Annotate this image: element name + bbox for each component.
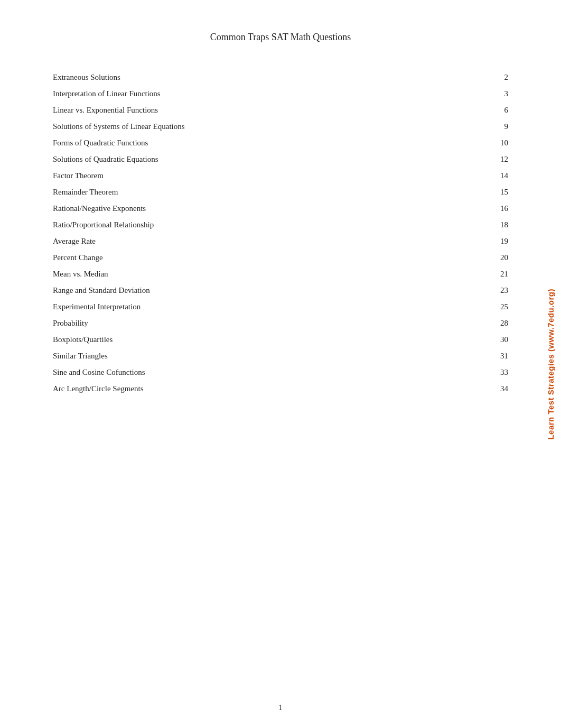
toc-row: Forms of Quadratic Functions10 — [53, 135, 508, 151]
toc-row: Remainder Theorem15 — [53, 184, 508, 200]
toc-row: Experimental Interpretation25 — [53, 299, 508, 315]
toc-entry-title: Forms of Quadratic Functions — [53, 139, 492, 148]
toc-entry-page: 31 — [492, 352, 508, 361]
toc-entry-page: 33 — [492, 368, 508, 377]
toc-entry-title: Rational/Negative Exponents — [53, 204, 492, 213]
toc-entry-page: 18 — [492, 220, 508, 229]
toc-entry-page: 16 — [492, 204, 508, 213]
toc-entry-page: 10 — [492, 139, 508, 148]
toc-row: Arc Length/Circle Segments34 — [53, 381, 508, 397]
toc-row: Mean vs. Median21 — [53, 266, 508, 282]
toc-entry-page: 20 — [492, 253, 508, 262]
toc-row: Range and Standard Deviation23 — [53, 282, 508, 299]
toc-entry-title: Linear vs. Exponential Functions — [53, 106, 492, 115]
toc-row: Boxplots/Quartiles30 — [53, 331, 508, 348]
toc-row: Extraneous Solutions2 — [53, 69, 508, 86]
toc-entry-title: Solutions of Systems of Linear Equations — [53, 122, 492, 131]
toc-row: Sine and Cosine Cofunctions33 — [53, 364, 508, 381]
toc-row: Factor Theorem14 — [53, 168, 508, 184]
toc-entry-title: Probability — [53, 319, 492, 328]
toc-entry-title: Boxplots/Quartiles — [53, 335, 492, 344]
toc-entry-page: 3 — [492, 89, 508, 98]
sidebar-wrapper: Learn Test Strategies (www.7edu.org) — [540, 0, 561, 728]
toc-entry-page: 34 — [492, 384, 508, 393]
toc-row: Ratio/Proportional Relationship18 — [53, 217, 508, 233]
toc-row: Similar Triangles31 — [53, 348, 508, 364]
toc-entry-title: Percent Change — [53, 253, 492, 262]
toc-table: Extraneous Solutions2Interpretation of L… — [53, 69, 508, 397]
page-container: Common Traps SAT Math Questions Extraneo… — [0, 0, 561, 728]
toc-entry-page: 21 — [492, 270, 508, 279]
toc-entry-title: Average Rate — [53, 237, 492, 246]
toc-row: Percent Change20 — [53, 250, 508, 266]
toc-row: Average Rate19 — [53, 233, 508, 250]
toc-entry-title: Factor Theorem — [53, 171, 492, 180]
page-title: Common Traps SAT Math Questions — [53, 32, 508, 43]
toc-entry-page: 6 — [492, 106, 508, 115]
toc-row: Solutions of Quadratic Equations12 — [53, 151, 508, 168]
toc-entry-title: Range and Standard Deviation — [53, 286, 492, 295]
toc-entry-title: Remainder Theorem — [53, 188, 492, 197]
toc-row: Linear vs. Exponential Functions6 — [53, 102, 508, 118]
toc-entry-title: Experimental Interpretation — [53, 302, 492, 311]
toc-entry-page: 14 — [492, 171, 508, 180]
toc-entry-title: Similar Triangles — [53, 352, 492, 361]
toc-entry-title: Arc Length/Circle Segments — [53, 384, 492, 393]
toc-row: Interpretation of Linear Functions3 — [53, 86, 508, 102]
sidebar-label: Learn Test Strategies (www.7edu.org) — [546, 289, 555, 440]
toc-entry-page: 12 — [492, 155, 508, 164]
toc-row: Probability28 — [53, 315, 508, 331]
toc-entry-page: 9 — [492, 122, 508, 131]
toc-entry-title: Sine and Cosine Cofunctions — [53, 368, 492, 377]
toc-entry-page: 2 — [492, 73, 508, 82]
toc-entry-title: Extraneous Solutions — [53, 73, 492, 82]
toc-row: Solutions of Systems of Linear Equations… — [53, 118, 508, 135]
toc-entry-page: 23 — [492, 286, 508, 295]
toc-entry-page: 25 — [492, 302, 508, 311]
toc-entry-title: Interpretation of Linear Functions — [53, 89, 492, 98]
toc-entry-page: 28 — [492, 319, 508, 328]
toc-entry-title: Ratio/Proportional Relationship — [53, 220, 492, 229]
toc-entry-title: Solutions of Quadratic Equations — [53, 155, 492, 164]
toc-entry-title: Mean vs. Median — [53, 270, 492, 279]
toc-entry-page: 15 — [492, 188, 508, 197]
toc-entry-page: 19 — [492, 237, 508, 246]
page-number: 1 — [279, 704, 283, 712]
toc-row: Rational/Negative Exponents16 — [53, 200, 508, 217]
toc-entry-page: 30 — [492, 335, 508, 344]
